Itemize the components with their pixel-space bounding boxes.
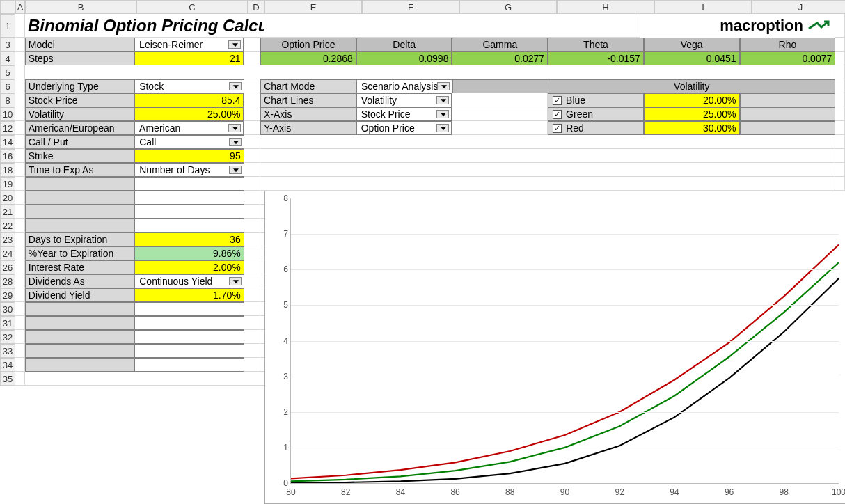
row-header-32[interactable]: 32	[0, 330, 15, 344]
val-vega: 0.0451	[644, 52, 740, 65]
row-header-10[interactable]: 10	[0, 107, 15, 121]
hdr-theta: Theta	[548, 38, 644, 52]
row-header-23[interactable]: 23	[0, 233, 15, 246]
col-header-G[interactable]: G	[459, 0, 557, 14]
y-tick: 3	[270, 372, 288, 381]
col-header-D[interactable]: D	[248, 0, 264, 14]
x-tick: 82	[341, 487, 350, 497]
hdr-scenario-title: Volatility	[548, 79, 835, 93]
x-tick: 100	[832, 487, 845, 497]
col-header-E[interactable]: E	[264, 0, 362, 14]
y-tick: 8	[270, 194, 288, 203]
row-header-18[interactable]: 18	[0, 163, 15, 177]
label-underlying-type: Underlying Type	[25, 79, 134, 93]
val-rho: 0.0077	[740, 52, 836, 65]
y-tick: 1	[270, 443, 288, 452]
x-tick: 94	[670, 487, 679, 497]
y-tick: 6	[270, 265, 288, 274]
y-tick: 0	[270, 478, 288, 488]
label-pct-year: %Year to Expiration	[25, 246, 134, 260]
label-strike: Strike	[25, 149, 134, 163]
row-header-12[interactable]: 12	[0, 121, 15, 135]
row-header-16[interactable]: 16	[0, 149, 15, 163]
dropdown-underlying-type[interactable]: Stock	[134, 79, 244, 93]
dropdown-yaxis[interactable]: Option Price	[356, 121, 452, 135]
x-tick: 88	[505, 487, 514, 497]
dropdown-model[interactable]: Leisen-Reimer	[134, 38, 244, 52]
checkbox-blue[interactable]: ✓Blue	[548, 93, 644, 107]
input-stock-price[interactable]: 85.4	[134, 93, 244, 107]
hdr-delta: Delta	[356, 38, 452, 52]
row-header-20[interactable]: 20	[0, 191, 15, 205]
hdr-option-price: Option Price	[260, 38, 356, 52]
row-header-3[interactable]: 3	[0, 38, 15, 52]
dropdown-xaxis[interactable]: Stock Price	[356, 107, 452, 121]
val-option-price: 0.2868	[260, 52, 356, 65]
label-stock-price: Stock Price	[25, 93, 134, 107]
row-header-26[interactable]: 26	[0, 260, 15, 274]
checkbox-blue-label: Blue	[566, 95, 585, 106]
row-header-14[interactable]: 14	[0, 135, 15, 149]
label-div-yield: Dividend Yield	[25, 288, 134, 302]
input-div-yield[interactable]: 1.70%	[134, 288, 244, 302]
row-header-22[interactable]: 22	[0, 219, 15, 233]
label-volatility: Volatility	[25, 107, 134, 121]
chart-series	[291, 244, 839, 478]
label-time-as: Time to Exp As	[25, 163, 134, 177]
input-rate[interactable]: 2.00%	[134, 260, 244, 274]
row-header-8[interactable]: 8	[0, 93, 15, 107]
row-header-34[interactable]: 34	[0, 358, 15, 372]
chart-series	[291, 278, 839, 482]
row-header-28[interactable]: 28	[0, 274, 15, 288]
col-header-I[interactable]: I	[654, 0, 752, 14]
output-pct-year: 9.86%	[134, 246, 244, 260]
dropdown-div-as[interactable]: Continuous Yield	[134, 274, 244, 288]
dropdown-am-eu[interactable]: American	[134, 121, 244, 135]
dropdown-call-put[interactable]: Call	[134, 135, 244, 149]
row-header-35[interactable]: 35	[0, 372, 15, 386]
row-header-6[interactable]: 6	[0, 79, 15, 93]
label-yaxis: Y-Axis	[260, 121, 356, 135]
input-green-value[interactable]: 25.00%	[644, 107, 740, 121]
checkbox-green-label: Green	[566, 109, 593, 120]
input-blue-value[interactable]: 20.00%	[644, 93, 740, 107]
val-delta: 0.0998	[356, 52, 452, 65]
label-am-eu: American/European	[25, 121, 134, 135]
y-tick: 7	[270, 229, 288, 239]
label-chart-mode: Chart Mode	[260, 79, 356, 93]
label-model: Model	[25, 38, 134, 52]
dropdown-time-as[interactable]: Number of Days	[134, 163, 244, 177]
row-header-31[interactable]: 31	[0, 316, 15, 330]
col-header-C[interactable]: C	[136, 0, 248, 14]
row-header-29[interactable]: 29	[0, 288, 15, 302]
col-header-A[interactable]: A	[15, 0, 25, 14]
col-header-H[interactable]: H	[557, 0, 654, 14]
row-header-5[interactable]: 5	[0, 65, 15, 79]
row-header-33[interactable]: 33	[0, 344, 15, 358]
row-header-21[interactable]: 21	[0, 205, 15, 219]
dropdown-chart-mode[interactable]: Scenario Analysis	[356, 79, 452, 93]
y-tick: 5	[270, 300, 288, 310]
row-header-30[interactable]: 30	[0, 302, 15, 316]
checkbox-red-label: Red	[566, 123, 584, 134]
y-tick: 2	[270, 407, 288, 417]
col-header-J[interactable]: J	[752, 0, 845, 14]
input-days-to-exp[interactable]: 36	[134, 233, 244, 246]
col-header-B[interactable]: B	[25, 0, 136, 14]
scenario-chart: 01234567880828486889092949698100	[264, 191, 845, 504]
input-red-value[interactable]: 30.00%	[644, 121, 740, 135]
checkbox-green[interactable]: ✓Green	[548, 107, 644, 121]
label-call-put: Call / Put	[25, 135, 134, 149]
input-steps[interactable]: 21	[134, 52, 244, 65]
dropdown-chart-lines[interactable]: Volatility	[356, 93, 452, 107]
input-volatility[interactable]: 25.00%	[134, 107, 244, 121]
label-steps: Steps	[25, 52, 134, 65]
checkbox-red[interactable]: ✓Red	[548, 121, 644, 135]
row-header-24[interactable]: 24	[0, 246, 15, 260]
col-header-F[interactable]: F	[362, 0, 459, 14]
val-theta: -0.0157	[548, 52, 644, 65]
row-header-19[interactable]: 19	[0, 177, 15, 191]
row-header-1[interactable]: 1	[0, 14, 15, 38]
row-header-4[interactable]: 4	[0, 52, 15, 65]
input-strike[interactable]: 95	[134, 149, 244, 163]
